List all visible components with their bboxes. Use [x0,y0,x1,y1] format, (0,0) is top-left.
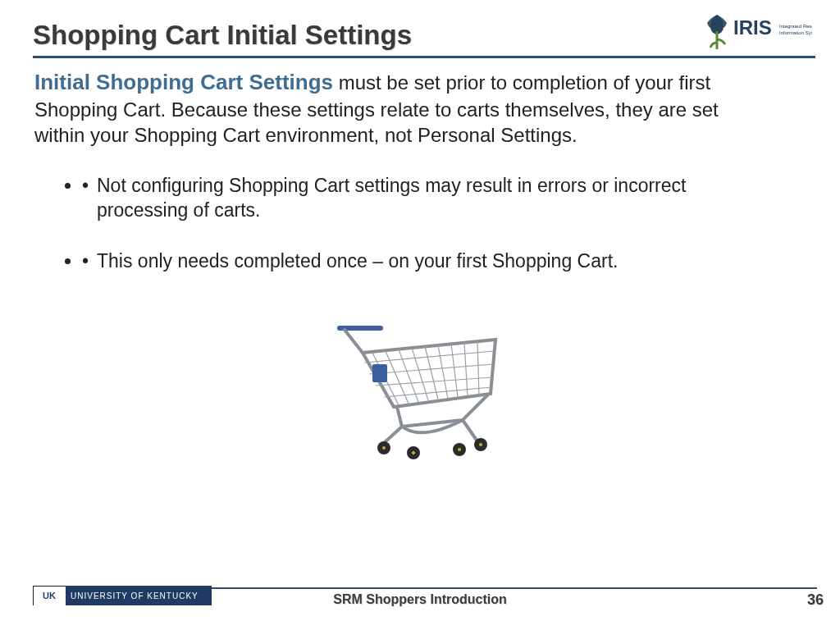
svg-text:Integrated Resource: Integrated Resource [779,24,812,29]
footer-deck-title: SRM Shoppers Introduction [0,592,840,607]
iris-logo: IRIS Integrated Resource Information Sys… [705,11,812,52]
svg-point-23 [479,443,482,446]
bullet-list: Not configuring Shopping Cart settings m… [82,174,774,300]
shopping-cart-icon [323,304,512,468]
list-item: This only needs completed once – on your… [82,249,774,274]
svg-text:Information System: Information System [779,30,812,35]
svg-rect-15 [372,364,387,382]
page-number: 36 [807,591,824,609]
lead-accent: Initial Shopping Cart Settings [34,70,333,94]
lead-paragraph: Initial Shopping Cart Settings must be s… [34,69,758,148]
slide: Shopping Cart Initial Settings IRIS Inte… [0,0,840,630]
title-row: Shopping Cart Initial Settings [33,20,815,51]
title-underline [33,56,815,58]
svg-point-21 [458,448,461,451]
svg-line-5 [412,348,428,400]
page-title: Shopping Cart Initial Settings [33,20,815,51]
svg-line-9 [464,343,468,396]
svg-point-19 [412,451,415,454]
svg-point-17 [382,446,386,450]
iris-logo-text: IRIS [733,16,772,39]
svg-line-7 [438,345,448,399]
svg-line-10 [477,341,479,395]
svg-line-8 [451,344,458,397]
list-item: Not configuring Shopping Cart settings m… [82,174,774,223]
svg-line-6 [425,346,438,399]
